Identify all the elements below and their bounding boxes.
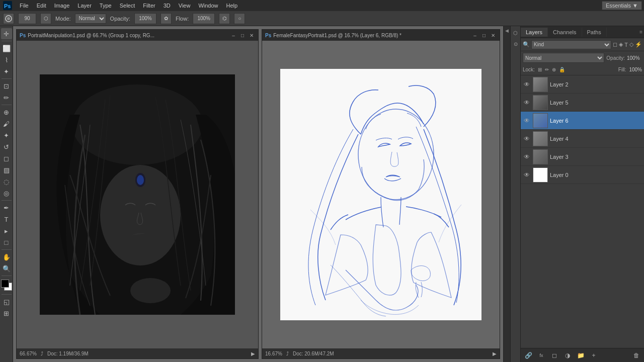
history-brush-tool[interactable]: ↺ <box>1 141 12 152</box>
menu-bar: Ps File Edit Image Layer Type Select Fil… <box>0 0 644 11</box>
brush-hardness-icon[interactable]: ⬡ <box>40 13 51 24</box>
layer-adjustment-icon[interactable]: ◑ <box>563 351 572 360</box>
shape-tool[interactable]: □ <box>1 237 12 248</box>
layer-link-icon[interactable]: 🔗 <box>524 351 533 360</box>
menu-3d[interactable]: 3D <box>160 2 174 10</box>
layer-row-layer0[interactable]: 👁 Layer 0 <box>521 166 644 184</box>
menu-image[interactable]: Image <box>51 2 73 10</box>
doc-2-status-bar: 16.67% ⤴ Doc: 20.6M/47.2M ▶ <box>262 348 500 358</box>
doc-1-maximize[interactable]: □ <box>239 32 246 39</box>
essentials-selector[interactable]: Essentials ▼ <box>602 1 642 10</box>
tab-layers[interactable]: Layers <box>521 28 548 37</box>
foreground-color-swatch[interactable] <box>1 280 9 288</box>
doc-2-maximize[interactable]: □ <box>480 32 488 39</box>
eraser-tool[interactable]: ◻ <box>1 153 12 164</box>
filter-type-icon[interactable]: T <box>624 42 628 48</box>
lasso-tool[interactable]: ⌇ <box>1 54 12 65</box>
brush-tool[interactable]: 🖌 <box>1 118 12 129</box>
layer6-visibility-icon[interactable]: 👁 <box>523 117 531 125</box>
layer-row-layer6[interactable]: 👁 Layer 6 <box>521 112 644 130</box>
layer3-visibility-icon[interactable]: 👁 <box>523 153 531 161</box>
lock-move-icon[interactable]: ✏ <box>545 67 549 72</box>
opacity-label: Opacity: <box>606 55 625 61</box>
gradient-tool[interactable]: ▨ <box>1 164 12 175</box>
lock-artboards-icon[interactable]: ⊕ <box>552 67 556 72</box>
menu-file[interactable]: File <box>16 2 32 10</box>
layer-new-icon[interactable]: + <box>589 351 598 360</box>
pen-tool[interactable]: ✒ <box>1 202 12 213</box>
eyedropper-tool[interactable]: ✏ <box>1 92 12 103</box>
type-tool[interactable]: T <box>1 214 12 225</box>
filter-smart-icon[interactable]: ⚡ <box>635 41 642 48</box>
blend-mode-select[interactable]: Normal Multiply <box>523 53 604 63</box>
doc-1-minimize[interactable]: – <box>230 32 237 39</box>
brush-tool-icon[interactable] <box>3 13 14 24</box>
doc-2-share-icon[interactable]: ⤴ <box>286 351 289 356</box>
airbrush-icon[interactable]: ✿ <box>160 13 172 24</box>
opacity-value[interactable]: 100% <box>134 13 156 24</box>
menu-view[interactable]: View <box>175 2 194 10</box>
fill-value[interactable]: 100% <box>629 67 642 72</box>
filter-adjust-icon[interactable]: ◈ <box>619 41 623 48</box>
filter-pixel-icon[interactable]: ◻ <box>613 41 617 48</box>
menu-edit[interactable]: Edit <box>33 2 50 10</box>
filter-shape-icon[interactable]: ◇ <box>629 41 633 48</box>
brush-size-input[interactable]: 90 <box>18 13 36 24</box>
layer2-visibility-icon[interactable]: 👁 <box>523 80 531 88</box>
spot-healing-tool[interactable]: ⊕ <box>1 107 12 118</box>
layer-row-layer5[interactable]: 👁 Layer 5 <box>521 94 644 112</box>
move-tool[interactable]: ✛ <box>1 28 12 39</box>
layer-fx-icon[interactable]: fx <box>537 351 546 360</box>
hand-tool[interactable]: ✋ <box>1 251 12 262</box>
clone-stamp-tool[interactable]: ✦ <box>1 130 12 141</box>
layer-delete-icon[interactable]: 🗑 <box>632 351 641 360</box>
doc-2-close[interactable]: ✕ <box>490 32 497 39</box>
zoom-tool[interactable]: 🔍 <box>1 263 12 274</box>
menu-select[interactable]: Select <box>116 2 139 10</box>
layer5-visibility-icon[interactable]: 👁 <box>523 99 531 107</box>
layers-panel-icon[interactable]: ⬡ <box>511 28 520 37</box>
dodge-tool[interactable]: ◎ <box>1 188 12 199</box>
panel-collapse-btn[interactable]: ◀ <box>503 26 510 362</box>
layer-filter-select[interactable]: Kind <box>531 40 611 49</box>
doc-2-canvas[interactable] <box>280 69 481 320</box>
layer-row-layer2[interactable]: 👁 Layer 2 <box>521 75 644 94</box>
doc-1-close[interactable]: ✕ <box>248 32 255 39</box>
rectangular-marquee-tool[interactable]: ⬜ <box>1 43 12 54</box>
flow-value[interactable]: 100% <box>193 13 215 24</box>
tab-paths[interactable]: Paths <box>582 28 607 37</box>
path-select-tool[interactable]: ▸ <box>1 225 12 236</box>
layer-row-layer4[interactable]: 👁 Layer 4 <box>521 130 644 148</box>
doc-1-share-icon[interactable]: ⤴ <box>41 351 43 356</box>
layer0-visibility-icon[interactable]: 👁 <box>523 171 531 179</box>
crop-tool[interactable]: ⊡ <box>1 80 12 92</box>
doc-2-minimize[interactable]: – <box>471 32 478 39</box>
doc-2-next-icon[interactable]: ▶ <box>493 351 497 356</box>
menu-window[interactable]: Window <box>195 2 221 10</box>
layer-row-layer3[interactable]: 👁 Layer 3 <box>521 148 644 166</box>
menu-help[interactable]: Help <box>223 2 242 10</box>
mode-select[interactable]: Normal Multiply Screen <box>75 14 106 24</box>
panel-menu-icon[interactable]: ≡ <box>638 28 644 36</box>
menu-layer[interactable]: Layer <box>74 2 95 10</box>
color-swatches[interactable] <box>1 280 12 293</box>
doc-1-next-icon[interactable]: ▶ <box>251 351 255 356</box>
tab-channels[interactable]: Channels <box>548 28 582 37</box>
blur-tool[interactable]: ◌ <box>1 176 12 187</box>
opacity-value[interactable]: 100% <box>627 55 642 61</box>
menu-type[interactable]: Type <box>96 2 115 10</box>
layer-mask-icon[interactable]: ◻ <box>550 351 559 360</box>
angle-icon[interactable]: ○ <box>234 13 245 24</box>
menu-filter[interactable]: Filter <box>139 2 158 10</box>
quick-mask-tool[interactable]: ◱ <box>1 296 12 307</box>
lock-pixels-icon[interactable]: ⊞ <box>538 67 542 72</box>
screen-mode-tool[interactable]: ⊞ <box>1 308 12 319</box>
lock-all-icon[interactable]: 🔒 <box>559 67 565 72</box>
history-panel-icon[interactable]: ⊙ <box>511 39 520 48</box>
toolbar-divider-3 <box>2 105 12 105</box>
layer-folder-icon[interactable]: 📁 <box>576 351 585 360</box>
quick-select-tool[interactable]: ✦ <box>1 66 12 77</box>
layer4-visibility-icon[interactable]: 👁 <box>523 135 531 143</box>
doc-1-canvas[interactable] <box>40 74 235 315</box>
smoothing-icon[interactable]: ⌬ <box>219 13 230 24</box>
